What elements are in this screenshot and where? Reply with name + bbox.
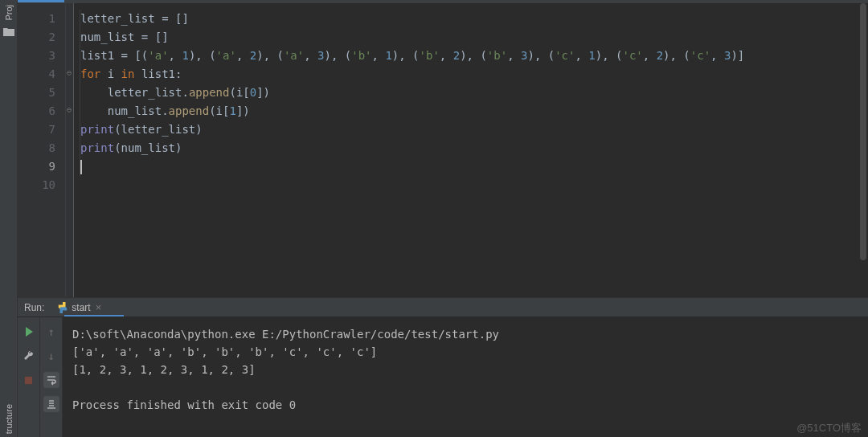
console-line: ['a', 'a', 'a', 'b', 'b', 'b', 'c', 'c',…	[72, 343, 868, 361]
fold-marker-icon[interactable]: ⊖	[67, 105, 72, 114]
run-toolbar-secondary: ↑ ↓	[40, 317, 63, 437]
active-tab-underline	[18, 0, 64, 2]
tool-window-strip[interactable]: Proj tructure	[0, 0, 18, 437]
indent-guide	[80, 10, 80, 176]
console-line: [1, 2, 3, 1, 2, 3, 1, 2, 3]	[72, 361, 868, 378]
line-number[interactable]: 1	[18, 10, 55, 28]
code-editor[interactable]: 12345678910 ⊖⊖ letter_list = []num_list …	[18, 3, 868, 297]
structure-tool-label[interactable]: tructure	[4, 404, 14, 434]
line-number[interactable]: 7	[18, 120, 55, 139]
run-panel-label: Run:	[24, 302, 44, 313]
code-line[interactable]: print(num_list)	[80, 139, 868, 157]
line-number-gutter[interactable]: 12345678910	[18, 3, 66, 297]
wrench-icon[interactable]	[21, 348, 37, 364]
scroll-to-end-icon[interactable]	[43, 396, 59, 412]
play-icon[interactable]	[21, 324, 37, 340]
run-header: Run: start ×	[18, 298, 868, 317]
console-line: D:\soft\Anaconda\python.exe E:/PythonCra…	[72, 325, 868, 343]
project-tool-label[interactable]: Proj	[4, 5, 14, 21]
code-line[interactable]: num_list = []	[80, 28, 868, 47]
code-line[interactable]: num_list.append(i[1])	[80, 102, 868, 120]
code-line[interactable]: for i in list1:	[80, 65, 868, 84]
code-line[interactable]: letter_list.append(i[0])	[80, 84, 868, 102]
line-number[interactable]: 8	[18, 139, 55, 157]
run-tab-underline	[64, 315, 124, 317]
code-content[interactable]: letter_list = []num_list = []list1 = [('…	[74, 3, 868, 297]
code-line[interactable]: letter_list = []	[80, 10, 868, 28]
code-line[interactable]	[80, 157, 868, 176]
run-tab-name[interactable]: start	[72, 302, 90, 313]
line-number[interactable]: 4	[18, 65, 55, 84]
main-area: 12345678910 ⊖⊖ letter_list = []num_list …	[18, 0, 868, 437]
watermark: @51CTO博客	[796, 421, 862, 435]
close-tab-icon[interactable]: ×	[96, 301, 102, 313]
svg-rect-0	[25, 376, 32, 383]
console-output[interactable]: D:\soft\Anaconda\python.exe E:/PythonCra…	[63, 317, 868, 437]
fold-column[interactable]: ⊖⊖	[66, 3, 74, 297]
line-number[interactable]: 9	[18, 157, 55, 176]
line-number[interactable]: 5	[18, 84, 55, 102]
console-line	[72, 378, 868, 396]
run-body: ↑ ↓ D:\soft\Anaconda\python.exe E:/Pytho…	[18, 317, 868, 437]
code-line[interactable]	[80, 176, 868, 194]
line-number[interactable]: 2	[18, 28, 55, 47]
soft-wrap-icon[interactable]	[43, 372, 59, 388]
line-number[interactable]: 3	[18, 47, 55, 65]
folder-icon	[3, 26, 14, 35]
text-cursor	[80, 160, 82, 174]
run-toolbar-left	[18, 317, 40, 437]
python-icon	[57, 302, 68, 313]
scrollbar-thumb[interactable]	[860, 3, 866, 260]
code-line[interactable]: print(letter_list)	[80, 120, 868, 139]
arrow-down-icon[interactable]: ↓	[43, 348, 59, 364]
editor-scrollbar[interactable]	[858, 3, 868, 297]
arrow-up-icon[interactable]: ↑	[43, 324, 59, 340]
run-tool-window: Run: start × ↑ ↓ D:\soft\Anaconda	[18, 297, 868, 437]
console-line: Process finished with exit code 0	[72, 396, 868, 414]
line-number[interactable]: 6	[18, 102, 55, 120]
fold-marker-icon[interactable]: ⊖	[67, 68, 72, 77]
code-line[interactable]: list1 = [('a', 1), ('a', 2), ('a', 3), (…	[80, 47, 868, 65]
stop-icon[interactable]	[21, 372, 37, 388]
line-number[interactable]: 10	[18, 176, 55, 194]
